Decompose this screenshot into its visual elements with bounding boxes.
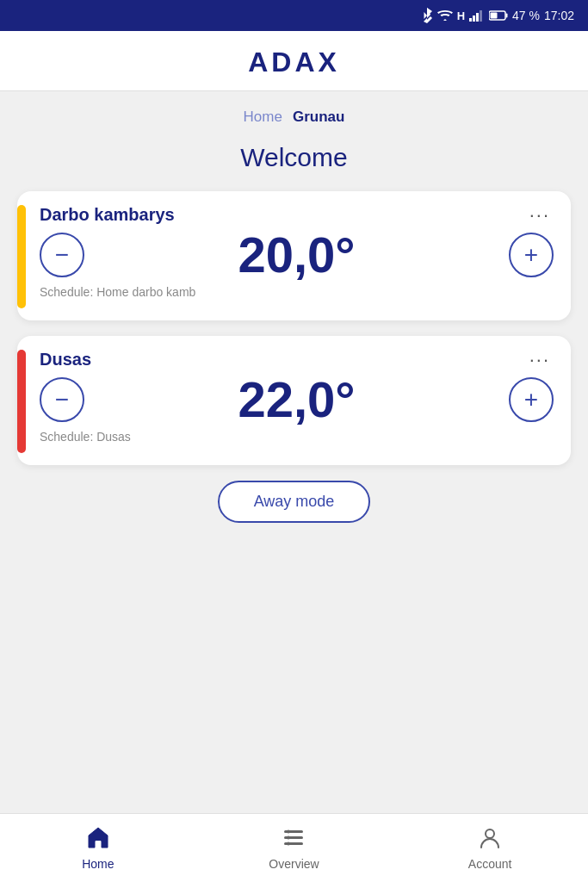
card-header-darbo: Darbo kambarys ··· bbox=[40, 205, 554, 225]
welcome-title: Welcome bbox=[17, 143, 571, 172]
clock: 17:02 bbox=[544, 9, 574, 22]
increase-button-dusas[interactable]: + bbox=[509, 377, 554, 422]
status-bar: H 47 % 17:02 bbox=[0, 0, 588, 31]
app-header: ADAX bbox=[0, 31, 588, 91]
svg-rect-2 bbox=[476, 13, 479, 22]
app-logo: ADAX bbox=[0, 47, 588, 78]
temperature-darbo: 20,0° bbox=[238, 230, 355, 280]
svg-rect-6 bbox=[506, 14, 508, 18]
breadcrumb-home[interactable]: Home bbox=[244, 109, 282, 126]
carrier-label: H bbox=[457, 9, 465, 22]
nav-label-overview: Overview bbox=[269, 857, 319, 871]
schedule-dusas: Schedule: Dusas bbox=[40, 430, 554, 444]
temperature-dusas: 22,0° bbox=[238, 375, 355, 425]
decrease-button-dusas[interactable]: − bbox=[40, 377, 84, 422]
card-body-dusas: Dusas ··· − 22,0° + Schedule: Dusas bbox=[40, 350, 554, 453]
svg-rect-3 bbox=[480, 10, 482, 22]
schedule-darbo: Schedule: Home darbo kamb bbox=[40, 285, 554, 299]
nav-label-home: Home bbox=[82, 857, 114, 871]
battery-icon bbox=[489, 10, 508, 21]
battery-percentage: 47 % bbox=[512, 9, 540, 22]
status-icons: H 47 % 17:02 bbox=[421, 8, 574, 23]
svg-rect-0 bbox=[469, 18, 472, 22]
away-mode-container: Away mode bbox=[17, 481, 571, 523]
increase-button-darbo[interactable]: + bbox=[509, 233, 554, 277]
card-body-darbo: Darbo kambarys ··· − 20,0° + Schedule: H… bbox=[40, 205, 554, 308]
nav-item-account[interactable]: Account bbox=[455, 825, 524, 871]
away-mode-button[interactable]: Away mode bbox=[218, 481, 371, 523]
card-controls-darbo: − 20,0° + bbox=[40, 230, 554, 280]
more-button-dusas[interactable]: ··· bbox=[526, 351, 554, 370]
breadcrumb: Home Grunau bbox=[17, 91, 571, 134]
nav-label-account: Account bbox=[468, 857, 512, 871]
more-button-darbo[interactable]: ··· bbox=[526, 206, 554, 225]
device-name-darbo: Darbo kambarys bbox=[40, 205, 175, 225]
nav-item-overview[interactable]: Overview bbox=[259, 825, 328, 871]
decrease-button-darbo[interactable]: − bbox=[40, 233, 84, 277]
svg-point-11 bbox=[287, 830, 290, 834]
overview-icon bbox=[282, 825, 306, 854]
svg-point-13 bbox=[287, 842, 290, 846]
svg-rect-5 bbox=[491, 13, 498, 19]
svg-rect-1 bbox=[473, 16, 475, 22]
wifi-icon bbox=[437, 9, 453, 22]
svg-rect-7 bbox=[96, 841, 101, 848]
main-content: Home Grunau Welcome Darbo kambarys ··· −… bbox=[0, 91, 588, 813]
bottom-nav: Home Overview Account bbox=[0, 813, 588, 882]
card-accent-dusas bbox=[17, 350, 26, 453]
account-icon bbox=[478, 825, 502, 854]
signal-icon bbox=[469, 9, 485, 22]
home-icon bbox=[86, 825, 110, 854]
card-accent-darbo bbox=[17, 205, 26, 308]
card-header-dusas: Dusas ··· bbox=[40, 350, 554, 370]
svg-point-14 bbox=[486, 829, 494, 838]
device-name-dusas: Dusas bbox=[40, 350, 91, 370]
bluetooth-icon bbox=[421, 8, 433, 23]
device-card-dusas: Dusas ··· − 22,0° + Schedule: Dusas bbox=[17, 336, 571, 465]
breadcrumb-current[interactable]: Grunau bbox=[293, 109, 344, 126]
card-controls-dusas: − 22,0° + bbox=[40, 375, 554, 425]
nav-item-home[interactable]: Home bbox=[64, 825, 133, 871]
svg-point-12 bbox=[287, 836, 290, 840]
device-card-darbo: Darbo kambarys ··· − 20,0° + Schedule: H… bbox=[17, 191, 571, 320]
